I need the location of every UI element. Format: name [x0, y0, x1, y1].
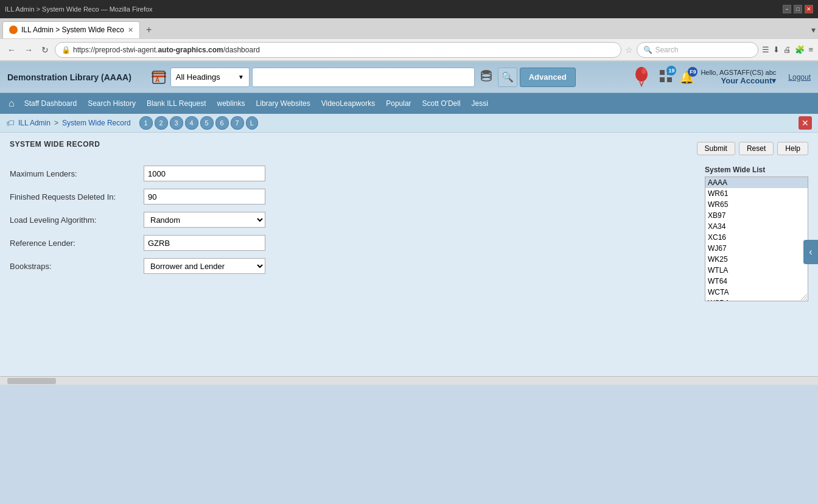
- maximize-button[interactable]: □: [794, 5, 802, 13]
- active-tab[interactable]: ILL Admin > System Wide Reco ✕: [2, 21, 140, 38]
- minimize-button[interactable]: −: [783, 5, 791, 13]
- nav-weblinks[interactable]: weblinks: [212, 97, 250, 110]
- reload-button[interactable]: ↻: [39, 44, 51, 56]
- search-placeholder: Search: [655, 46, 678, 54]
- list-item-xa34[interactable]: XA34: [705, 221, 808, 232]
- search-bar[interactable]: 🔍 Search: [637, 42, 758, 58]
- forward-button[interactable]: →: [22, 44, 35, 56]
- load-leveling-row: Load Leveling Algorithm: Random Round Ro…: [10, 212, 693, 228]
- load-leveling-select[interactable]: Random Round Robin Least Used: [144, 212, 265, 228]
- balloon-icon[interactable]: [631, 65, 652, 89]
- list-item-wj67[interactable]: WJ67: [705, 243, 808, 254]
- library-icon[interactable]: ☰: [762, 45, 769, 54]
- print-icon[interactable]: 🖨: [783, 45, 791, 54]
- app-logo[interactable]: A: [150, 68, 168, 86]
- svg-text:A: A: [155, 77, 159, 83]
- bell-icon[interactable]: 🔔 F9: [679, 70, 694, 85]
- heading-select[interactable]: All Headings ▼: [170, 68, 250, 87]
- stack-icon[interactable]: [480, 69, 493, 85]
- page-btn-2[interactable]: 2: [155, 116, 168, 130]
- system-wide-list-box[interactable]: AAAA WR61 WR65 XB97 XA34 XC16 WJ67 WK25 …: [705, 177, 808, 301]
- new-tab-button[interactable]: +: [142, 23, 156, 37]
- page-btn-1[interactable]: 1: [139, 116, 153, 130]
- nav-popular[interactable]: Popular: [381, 97, 416, 110]
- close-button[interactable]: ✕: [805, 5, 813, 13]
- list-item-xb97[interactable]: XB97: [705, 210, 808, 221]
- tab-close-button[interactable]: ✕: [128, 26, 133, 34]
- finished-requests-label: Finished Requests Deleted In:: [10, 192, 144, 201]
- nav-library-websites[interactable]: Library Websites: [251, 97, 315, 110]
- max-lenders-label: Maximum Lenders:: [10, 169, 144, 178]
- section-title: SYSTEM WIDE RECORD: [10, 140, 100, 149]
- submit-button[interactable]: Submit: [697, 142, 735, 155]
- reference-lender-input[interactable]: [144, 235, 265, 251]
- account-link[interactable]: Your Account▾: [701, 76, 776, 85]
- bottom-scrollbar[interactable]: [0, 376, 818, 385]
- resize-handle[interactable]: [801, 294, 807, 300]
- bookmark-icon[interactable]: ☆: [625, 45, 633, 55]
- svg-rect-0: [152, 72, 166, 74]
- extension-icon[interactable]: 🧩: [795, 45, 805, 54]
- menu-icon[interactable]: ≡: [808, 45, 813, 54]
- finished-requests-input[interactable]: [144, 189, 265, 205]
- nav-jessi[interactable]: Jessi: [467, 97, 493, 110]
- url-display: https://preprod-stwi-agent.auto-graphics…: [73, 46, 260, 54]
- help-button[interactable]: Help: [777, 142, 808, 155]
- breadcrumb-system-wide[interactable]: System Wide Record: [62, 119, 131, 127]
- finished-requests-row: Finished Requests Deleted In:: [10, 189, 693, 205]
- nav-scott-odell[interactable]: Scott O'Dell: [418, 97, 466, 110]
- page-btn-6[interactable]: 6: [215, 116, 229, 130]
- page-btn-3[interactable]: 3: [170, 116, 183, 130]
- page-btn-4[interactable]: 4: [185, 116, 198, 130]
- back-button[interactable]: ←: [5, 44, 18, 56]
- page-btn-5[interactable]: 5: [200, 116, 214, 130]
- nav-staff-dashboard[interactable]: Staff Dashboard: [19, 97, 82, 110]
- nav-home-button[interactable]: ⌂: [5, 96, 18, 111]
- breadcrumb-ill-admin[interactable]: ILL Admin: [18, 119, 51, 127]
- main-content: SYSTEM WIDE RECORD Submit Reset Help Max…: [0, 133, 818, 376]
- list-item-aaaa[interactable]: AAAA: [705, 177, 808, 188]
- browser-more-icon[interactable]: ▾: [811, 25, 816, 35]
- search-button[interactable]: 🔍: [498, 68, 517, 87]
- notification-grid-icon[interactable]: 19: [659, 69, 673, 85]
- nav-blank-ill[interactable]: Blank ILL Request: [142, 97, 211, 110]
- download-icon[interactable]: ⬇: [773, 45, 780, 54]
- url-bar[interactable]: 🔒 https://preprod-stwi-agent.auto-graphi…: [55, 42, 621, 58]
- app-header: Demonstration Library (AAAA) A All Headi…: [0, 61, 818, 93]
- sidebar-toggle-button[interactable]: ‹: [803, 240, 818, 264]
- list-item-wk25[interactable]: WK25: [705, 254, 808, 265]
- advanced-button[interactable]: Advanced: [520, 68, 576, 87]
- page-btn-L[interactable]: L: [246, 116, 258, 130]
- list-item-wr61[interactable]: WR61: [705, 188, 808, 199]
- heading-select-chevron: ▼: [238, 74, 244, 80]
- max-lenders-row: Maximum Lenders:: [10, 166, 693, 181]
- list-scroll-area[interactable]: AAAA WR61 WR65 XB97 XA34 XC16 WJ67 WK25 …: [705, 177, 808, 301]
- list-item-wsda[interactable]: WSDA: [705, 298, 808, 301]
- max-lenders-input[interactable]: [144, 166, 265, 181]
- system-wide-list-label: System Wide List: [705, 166, 808, 174]
- search-area: A All Headings ▼ 🔍 Advanced: [150, 68, 576, 87]
- magnifier-icon: 🔍: [502, 71, 514, 83]
- list-item-wr65[interactable]: WR65: [705, 199, 808, 210]
- lock-icon: 🔒: [61, 46, 71, 54]
- search-icon: 🔍: [643, 46, 652, 54]
- list-item-wtla[interactable]: WTLA: [705, 265, 808, 276]
- svg-rect-12: [660, 77, 665, 82]
- reset-button[interactable]: Reset: [739, 142, 774, 155]
- breadcrumb-close-button[interactable]: ✕: [799, 116, 812, 130]
- nav-videoleapworks[interactable]: VideoLeapworks: [316, 97, 380, 110]
- bookstraps-select[interactable]: Borrower and Lender Borrower Only Lender…: [144, 258, 265, 274]
- nav-search-history[interactable]: Search History: [83, 97, 141, 110]
- scrollbar-thumb[interactable]: [7, 378, 56, 384]
- user-greeting: Hello, AGSTAFF(CS) abc: [701, 69, 776, 76]
- svg-point-5: [481, 74, 491, 77]
- svg-point-6: [481, 77, 491, 81]
- list-item-wt64[interactable]: WT64: [705, 276, 808, 287]
- app-title: Demonstration Library (AAAA): [7, 72, 131, 82]
- list-item-xc16[interactable]: XC16: [705, 232, 808, 243]
- search-input[interactable]: [252, 68, 475, 87]
- list-item-wcta[interactable]: WCTA: [705, 287, 808, 298]
- logout-button[interactable]: Logout: [788, 73, 811, 82]
- page-btn-7[interactable]: 7: [231, 116, 244, 130]
- title-bar-text: ILL Admin > System Wide Reco — Mozilla F…: [5, 5, 153, 13]
